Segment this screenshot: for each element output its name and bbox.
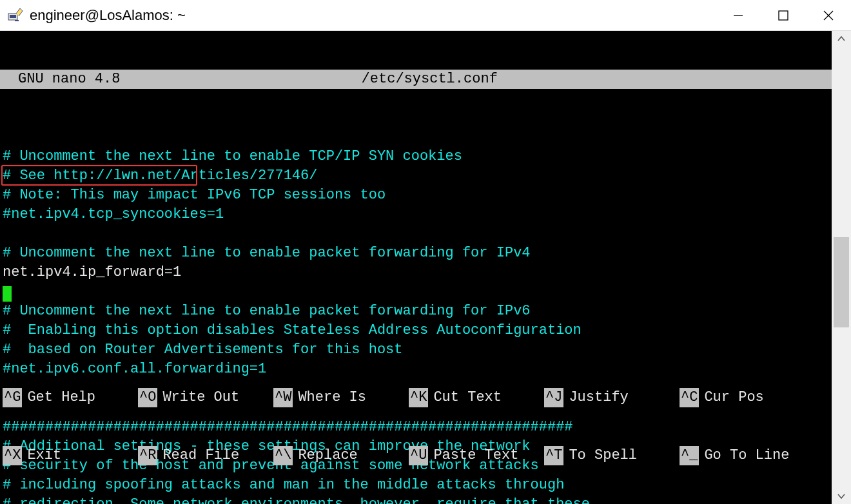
shortcut-key: ^C — [680, 388, 699, 407]
svg-rect-1 — [10, 15, 16, 18]
nano-filename: /etc/sysctl.conf — [120, 70, 739, 89]
window-title: engineer@LosAlamos: ~ — [30, 7, 716, 24]
shortcut-key: ^U — [409, 446, 428, 465]
shortcut-key: ^K — [409, 388, 428, 407]
scroll-down-icon[interactable] — [832, 489, 851, 504]
nano-version: GNU nano 4.8 — [18, 70, 120, 89]
shortcut[interactable]: ^_Go To Line — [680, 446, 815, 465]
shortcut[interactable]: ^KCut Text — [409, 388, 544, 407]
shortcut-key: ^O — [138, 388, 157, 407]
shortcut[interactable]: ^OWrite Out — [138, 388, 273, 407]
scroll-thumb[interactable] — [834, 237, 849, 327]
shortcut-desc: Justify — [569, 388, 628, 407]
minimize-button[interactable] — [716, 0, 761, 30]
putty-icon — [6, 6, 24, 24]
cursor — [3, 286, 12, 302]
file-line[interactable] — [3, 224, 832, 244]
file-line[interactable]: # Uncomment the next line to enable pack… — [3, 302, 832, 321]
terminal[interactable]: GNU nano 4.8 /etc/sysctl.conf # Uncommen… — [0, 31, 832, 504]
file-line[interactable]: #net.ipv4.tcp_syncookies=1 — [3, 205, 832, 224]
shortcut-desc: Replace — [298, 446, 357, 465]
maximize-button[interactable] — [761, 0, 806, 30]
file-line[interactable]: # Uncomment the next line to enable TCP/… — [3, 147, 832, 166]
shortcut[interactable]: ^TTo Spell — [544, 446, 680, 465]
shortcut[interactable]: ^JJustify — [544, 388, 680, 407]
shortcut-key: ^G — [3, 388, 22, 407]
shortcut-desc: Exit — [27, 446, 61, 465]
shortcut-desc: Read File — [162, 446, 239, 465]
close-button[interactable] — [806, 0, 851, 30]
file-line[interactable] — [3, 282, 832, 302]
shortcut-desc: Go To Line — [704, 446, 789, 465]
shortcut-desc: Write Out — [162, 388, 239, 407]
shortcut-desc: To Spell — [569, 446, 637, 465]
nano-header: GNU nano 4.8 /etc/sysctl.conf — [0, 70, 832, 89]
shortcut-desc: Cut Text — [433, 388, 502, 407]
shortcut-desc: Where Is — [298, 388, 366, 407]
file-line[interactable]: net.ipv4.ip_forward=1 — [3, 263, 832, 282]
shortcut-key: ^R — [138, 446, 157, 465]
svg-rect-4 — [779, 11, 788, 20]
scrollbar[interactable] — [832, 31, 851, 504]
shortcut[interactable]: ^XExit — [3, 446, 138, 465]
shortcut-desc: Get Help — [27, 388, 95, 407]
file-line[interactable]: # See http://lwn.net/Articles/277146/ — [3, 166, 832, 186]
shortcut-desc: Cur Pos — [704, 388, 763, 407]
svg-rect-2 — [15, 20, 19, 21]
shortcut-key: ^X — [3, 446, 22, 465]
shortcut-key: ^_ — [680, 446, 699, 465]
scroll-up-icon[interactable] — [832, 31, 851, 46]
shortcut-bar: ^GGet Help^OWrite Out^WWhere Is^KCut Tex… — [0, 349, 832, 504]
shortcut-key: ^\ — [273, 446, 293, 465]
window-controls — [716, 0, 851, 30]
shortcut-key: ^W — [273, 388, 293, 407]
shortcut-key: ^J — [544, 388, 563, 407]
shortcut[interactable]: ^WWhere Is — [273, 388, 409, 407]
file-line[interactable]: # Note: This may impact IPv6 TCP session… — [3, 186, 832, 205]
file-line[interactable]: # Enabling this option disables Stateles… — [3, 321, 832, 340]
shortcut[interactable]: ^UPaste Text — [409, 446, 544, 465]
file-line[interactable]: # Uncomment the next line to enable pack… — [3, 244, 832, 263]
window-titlebar: engineer@LosAlamos: ~ — [0, 0, 851, 31]
shortcut[interactable]: ^RRead File — [138, 446, 273, 465]
shortcut-desc: Paste Text — [433, 446, 518, 465]
shortcut[interactable]: ^GGet Help — [3, 388, 138, 407]
shortcut-key: ^T — [544, 446, 563, 465]
shortcut[interactable]: ^CCur Pos — [680, 388, 815, 407]
shortcut[interactable]: ^\Replace — [273, 446, 409, 465]
